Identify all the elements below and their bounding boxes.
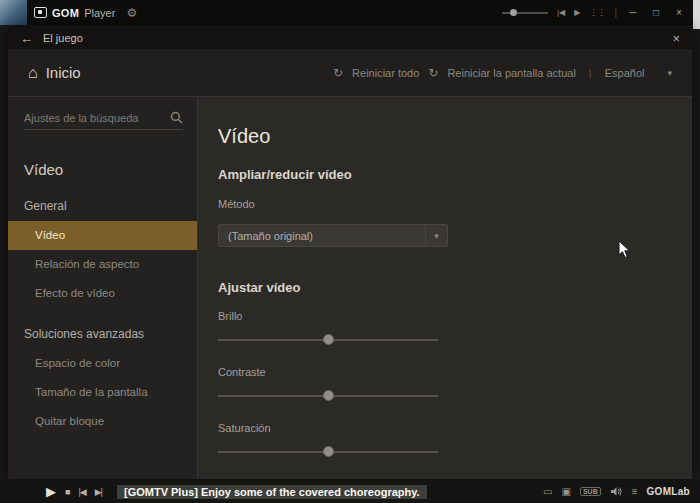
gomlab-logo[interactable]: GOMLab: [647, 486, 690, 497]
saturation-label: Saturación: [218, 422, 692, 435]
gom-logo-icon: [34, 7, 47, 18]
chevron-down-icon[interactable]: ▾: [667, 68, 672, 78]
dialog-header: ⌂ Inicio ↻ Reiniciar todo ↻ Reiniciar la…: [8, 49, 692, 97]
speaker-icon[interactable]: [610, 486, 623, 497]
close-window-button[interactable]: ×: [672, 7, 686, 18]
dialog-titlebar: ← El juego ×: [8, 27, 692, 49]
sidebar-item-video[interactable]: Vídeo: [8, 221, 197, 250]
screen-mode-icon[interactable]: ▭: [543, 486, 552, 497]
saturation-slider[interactable]: [218, 446, 438, 457]
slider-thumb[interactable]: [323, 390, 334, 401]
grid-icon[interactable]: ⋮⋮: [589, 8, 605, 17]
sidebar-item-video-effect[interactable]: Efecto de vídeo: [8, 279, 197, 308]
home-icon[interactable]: ⌂: [28, 64, 38, 82]
back-icon[interactable]: ←: [20, 31, 33, 46]
search-input[interactable]: [24, 112, 170, 124]
player-bottombar: ▶ ■ |◀ ▶| [GOMTV Plus] Enjoy some of the…: [0, 480, 700, 503]
maximize-button[interactable]: □: [649, 7, 663, 18]
page-title: Inicio: [46, 64, 81, 81]
zoom-section-title: Ampliar/reducir vídeo: [218, 168, 692, 182]
slider-thumb[interactable]: [323, 446, 334, 457]
content-title: Vídeo: [218, 123, 692, 149]
app-logo: GOM Player ⚙: [34, 6, 137, 20]
desktop-fragment: [0, 0, 27, 25]
dialog-back-label[interactable]: El juego: [43, 32, 83, 44]
sidebar-item-color-space[interactable]: Espacio de color: [8, 349, 197, 378]
marquee-text[interactable]: [GOMTV Plus] Enjoy some of the covered c…: [117, 485, 427, 499]
header-actions: ↻ Reiniciar todo ↻ Reiniciar la pantalla…: [333, 66, 672, 80]
slider-thumb[interactable]: [323, 334, 334, 345]
player-titlebar: GOM Player ⚙ |◀ ▶ ⋮⋮ | ─ □ ×: [0, 0, 700, 25]
chevron-down-icon[interactable]: ▾: [425, 225, 447, 246]
reset-all-button[interactable]: Reiniciar todo: [352, 67, 419, 79]
method-dropdown[interactable]: (Tamaño original) ▾: [218, 224, 448, 247]
minimize-button[interactable]: ─: [626, 7, 640, 18]
screen: GOM Player ⚙ |◀ ▶ ⋮⋮ | ─ □ × ← El juego …: [0, 0, 700, 503]
search-icon[interactable]: [170, 111, 183, 124]
reset-screen-icon[interactable]: ↻: [428, 66, 438, 80]
sidebar-item-screen-size[interactable]: Tamaño de la pantalla: [8, 378, 197, 407]
sidebar-section-title: Vídeo: [24, 160, 197, 180]
dialog-close-icon[interactable]: ×: [672, 31, 680, 46]
next-button[interactable]: ▶|: [95, 487, 102, 497]
play-button[interactable]: ▶: [46, 484, 56, 499]
sidebar-group-general: General Vídeo Relación de aspecto Efecto…: [8, 192, 197, 308]
capture-icon[interactable]: ▣: [561, 486, 570, 497]
logo-text-gom: GOM: [52, 7, 79, 19]
language-select[interactable]: Español: [605, 67, 645, 79]
settings-content: Vídeo Ampliar/reducir vídeo Método (Tama…: [198, 97, 692, 479]
method-dropdown-value: (Tamaño original): [228, 230, 425, 242]
dialog-body: Vídeo General Vídeo Relación de aspecto …: [8, 97, 692, 479]
gear-icon[interactable]: ⚙: [126, 6, 137, 20]
titlebar-separator: |: [614, 7, 617, 18]
sidebar-group-advanced: Soluciones avanzadas Espacio de color Ta…: [8, 320, 197, 436]
titlebar-controls: |◀ ▶ ⋮⋮ | ─ □ ×: [502, 0, 686, 25]
play-mini-icon[interactable]: ▶: [574, 8, 580, 17]
sidebar-item-aspect-ratio[interactable]: Relación de aspecto: [8, 250, 197, 279]
previous-button[interactable]: |◀: [78, 487, 85, 497]
contrast-label: Contraste: [218, 366, 692, 379]
search-row: [24, 111, 183, 130]
reset-all-icon[interactable]: ↻: [333, 66, 343, 80]
prev-mini-icon[interactable]: |◀: [557, 8, 565, 17]
contrast-slider[interactable]: [218, 390, 438, 401]
sidebar-group-label: General: [8, 192, 197, 221]
header-separator: |: [589, 67, 592, 79]
adjust-section-title: Ajustar vídeo: [218, 281, 692, 295]
brightness-slider[interactable]: [218, 334, 438, 345]
stop-button[interactable]: ■: [65, 487, 69, 497]
brightness-label: Brillo: [218, 310, 692, 323]
logo-text-player: Player: [84, 7, 115, 19]
mini-seekbar[interactable]: [502, 12, 548, 14]
settings-sidebar: Vídeo General Vídeo Relación de aspecto …: [8, 97, 198, 479]
method-label: Método: [218, 198, 692, 211]
sidebar-item-remove-block[interactable]: Quitar bloque: [8, 407, 197, 436]
reset-screen-button[interactable]: Reiniciar la pantalla actual: [447, 67, 575, 79]
sidebar-group-label: Soluciones avanzadas: [8, 320, 197, 349]
playlist-icon[interactable]: ≡: [632, 486, 638, 497]
subtitle-button[interactable]: SUB: [580, 487, 601, 496]
desktop-fragment-right: [693, 0, 700, 29]
settings-dialog: ← El juego × ⌂ Inicio ↻ Reiniciar todo ↻…: [8, 27, 692, 479]
